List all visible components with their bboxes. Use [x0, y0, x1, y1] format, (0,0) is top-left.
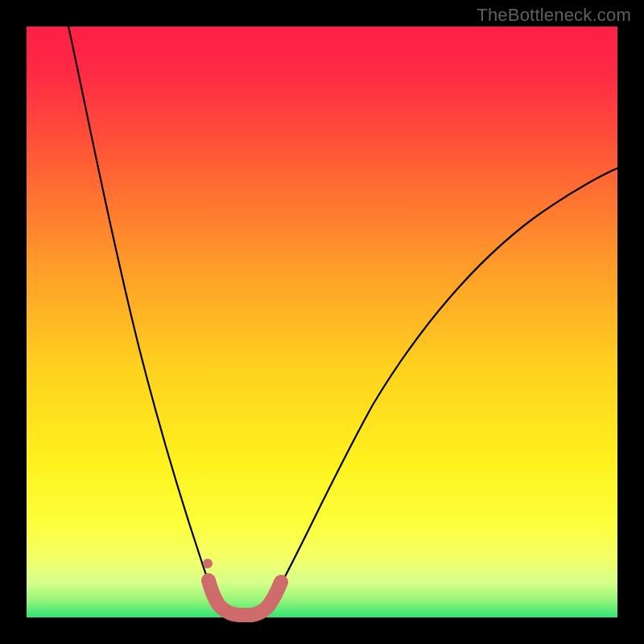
- plot-area: [27, 27, 617, 617]
- chart-svg: [27, 27, 617, 617]
- gradient-background: [27, 27, 617, 617]
- watermark-text: TheBottleneck.com: [477, 5, 631, 26]
- highlight-dot: [203, 559, 213, 568]
- chart-frame: TheBottleneck.com: [0, 0, 644, 644]
